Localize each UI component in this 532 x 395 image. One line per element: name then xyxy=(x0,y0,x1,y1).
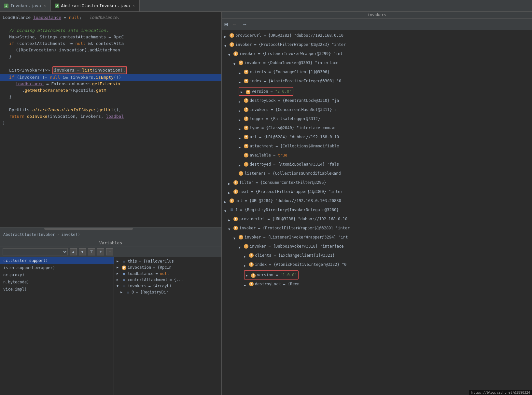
var-this-icon: = xyxy=(122,259,126,264)
tree-item1-arrow[interactable]: ▼ xyxy=(224,208,228,214)
minus-btn[interactable]: − xyxy=(106,248,113,255)
stack-item-4[interactable]: vice.impl) xyxy=(0,286,114,293)
tab-invoker-close[interactable]: ✕ xyxy=(43,4,47,8)
tree-invb2-arrow[interactable]: ▼ xyxy=(239,244,243,251)
var-invocation-icon: P xyxy=(122,266,126,270)
tree-type-arrow[interactable]: ▶ xyxy=(239,126,243,132)
stack-item-3[interactable]: n.bytecode) xyxy=(0,279,114,286)
var-invokers-0-arrow[interactable]: ▶ xyxy=(120,290,124,294)
code-line-loadbalance: loadbalance = ExtensionLoader.getExtensi… xyxy=(0,81,221,87)
filter-btn[interactable]: ⊤ xyxy=(88,248,95,255)
tree-url-top-arrow[interactable]: ▶ xyxy=(224,199,228,205)
tree-invoker-1: ▼ f invoker = {ListenerInvokerWrapper@32… xyxy=(222,50,532,59)
tree-type: ▶ f type = {Class@2040} "interface com.a… xyxy=(222,124,532,133)
debug-back-btn[interactable]: ← xyxy=(231,21,238,27)
var-this-arrow[interactable]: ▶ xyxy=(117,259,120,263)
tree-inv0-icon: f xyxy=(230,42,234,47)
tab-abstract-cluster-close[interactable]: ✕ xyxy=(132,4,135,8)
tree-invoker-2: ▼ f invoker = {DubboInvoker@3303} "inter… xyxy=(222,59,532,68)
tree-index-icon: f xyxy=(244,79,248,83)
tree-url-top-icon: f xyxy=(230,198,234,203)
tree-invoker-b1: ▼ f invoker = {ListenerInvokerWrapper@32… xyxy=(222,233,532,242)
tree-inv0-arrow[interactable]: ▼ xyxy=(224,43,228,49)
code-editor[interactable]: LoadBalance loadbalance = null; loadbala… xyxy=(0,12,221,227)
tree-logger-arrow[interactable]: ▶ xyxy=(239,117,243,123)
tree-index-arrow[interactable]: ▶ xyxy=(239,79,243,86)
var-context-arrow[interactable]: ▶ xyxy=(117,278,120,281)
tree-version-100: ▶ f version = "1.0.0" xyxy=(222,270,532,280)
tree-provurl-arrow[interactable]: ▶ xyxy=(224,34,228,40)
tree-version-100-arrow[interactable]: ▶ xyxy=(246,272,250,279)
tree-cl2-icon: f xyxy=(249,253,254,258)
tree-destroyed: ▶ f destroyed = {AtomicBoolean@3314} "fa… xyxy=(222,160,532,170)
var-invokers-arrow[interactable]: ▼ xyxy=(117,284,120,288)
tree-dl2-arrow[interactable]: ▶ xyxy=(244,282,248,289)
var-invokers: ▼ = invokers = {ArrayLi xyxy=(114,283,221,289)
tree-inv1-icon: f xyxy=(233,51,238,56)
tree-invb0-arrow[interactable]: ▼ xyxy=(228,226,232,233)
debug-forward-btn[interactable]: → xyxy=(241,21,249,27)
tree-url-3284-arrow[interactable]: ▶ xyxy=(239,135,243,142)
call-stack-list: cc.cluster.support) ister.support.wrappe… xyxy=(0,257,114,395)
tree-invoker-b2: ▼ f invoker = {DubboInvoker@3318} "inter… xyxy=(222,242,532,252)
var-invokers-0-icon: = xyxy=(126,290,130,295)
variables-header: Variables xyxy=(0,239,221,247)
code-line-rpcutils: RpcUtils.attachInvocationIdIfAsync(getUr… xyxy=(0,107,221,113)
tree-dl1-arrow[interactable]: ▶ xyxy=(239,99,243,105)
tree-inv1-arrow[interactable]: ▼ xyxy=(228,52,232,58)
code-line-comment: // binding attachments into invocation. xyxy=(0,27,221,34)
tree-index: ▶ f index = {AtomicPositiveInteger@3308}… xyxy=(222,77,532,86)
var-invocation-arrow[interactable]: ▶ xyxy=(117,266,120,269)
code-line-blank1 xyxy=(0,21,221,27)
tree-provider-url: ▶ f providerUrl = {URL@3282} "dubbo://19… xyxy=(222,32,532,41)
code-line-brace2: } xyxy=(0,94,221,100)
tree-purl1-arrow[interactable]: ▶ xyxy=(228,217,232,224)
breadcrumb-method: invoke() xyxy=(61,232,80,237)
tree-destroylock-1: ▶ f destroyLock = {ReentrantLock@3310} "… xyxy=(222,97,532,106)
tree-clients: ▶ f clients = {ExchangeClient[1]@3306} xyxy=(222,68,532,77)
debug-tree: ▶ f providerUrl = {URL@3282} "dubbo://19… xyxy=(222,30,532,395)
tree-destroylock-2: ▶ f destroyLock = {Reen xyxy=(222,280,532,289)
tree-url-top: ▶ f url = {URL@3284} "dubbo://192.168.0.… xyxy=(222,197,532,206)
stack-item-2[interactable]: oc.proxy) xyxy=(0,271,114,279)
tree-clients-arrow[interactable]: ▶ xyxy=(239,70,243,76)
tree-listeners-icon: f xyxy=(239,171,243,176)
add-btn[interactable]: + xyxy=(97,248,104,255)
tree-cl2-arrow[interactable]: ▶ xyxy=(244,253,248,260)
var-context-icon: = xyxy=(122,278,126,282)
tree-logger-icon: f xyxy=(244,116,248,121)
tree-filter-arrow[interactable]: ▶ xyxy=(228,181,232,187)
tree-available-icon: f xyxy=(244,153,248,157)
variables-toolbar: ▲ ▼ ⊤ + − xyxy=(0,247,221,257)
tree-idx2-arrow[interactable]: ▶ xyxy=(244,263,248,269)
tree-inv-inner-arrow[interactable]: ▶ xyxy=(239,108,243,114)
tab-abstract-cluster[interactable]: J AbstractClusterInvoker.java ✕ xyxy=(51,0,140,11)
tree-attach-icon: f xyxy=(244,144,248,148)
stack-item-1[interactable]: ister.support.wrapper) xyxy=(0,264,114,271)
tree-invb1-arrow[interactable]: ▼ xyxy=(233,235,237,242)
code-line-rpcinvocation: ((RpcInvocation) invocation).addAttachme… xyxy=(0,47,221,53)
sort-btn-up[interactable]: ▲ xyxy=(70,248,77,255)
debug-icon: ⊞ xyxy=(224,21,228,28)
code-line-1: LoadBalance loadbalance = null; loadbala… xyxy=(0,14,221,21)
tree-inv2-arrow[interactable]: ▼ xyxy=(233,61,237,67)
tab-invoker[interactable]: J Invoker.java ✕ xyxy=(0,0,51,11)
tree-filter-icon: f xyxy=(233,180,238,185)
debug-panel: invokers ⊞ ← → ▶ f providerUrl = {URL@32… xyxy=(221,12,532,395)
tree-next: ▶ f next = {ProtocolFilterWrapper$1@3300… xyxy=(222,188,532,197)
tree-inv2-icon: f xyxy=(239,61,243,65)
tree-next-arrow[interactable]: ▶ xyxy=(228,190,232,196)
frame-select[interactable] xyxy=(3,248,68,255)
tree-destroyed-icon: f xyxy=(244,162,248,167)
tree-destroyed-arrow[interactable]: ▶ xyxy=(239,162,243,169)
sort-btn-down[interactable]: ▼ xyxy=(79,248,86,255)
tab-abstract-cluster-label: AbstractClusterInvoker.java xyxy=(61,3,130,8)
breadcrumb-sep: › xyxy=(57,232,59,237)
var-loadbalance-icon: = xyxy=(122,272,126,276)
var-loadbalance-arrow[interactable]: ▶ xyxy=(117,272,120,275)
var-context: ▶ = contextAttachment = {... xyxy=(114,277,221,283)
code-scrollbar-h[interactable] xyxy=(0,227,221,230)
tree-attach-arrow[interactable]: ▶ xyxy=(239,144,243,151)
tree-version-200-arrow[interactable]: ▶ xyxy=(241,89,245,95)
stack-item-0[interactable]: cc.cluster.support) xyxy=(0,257,114,264)
